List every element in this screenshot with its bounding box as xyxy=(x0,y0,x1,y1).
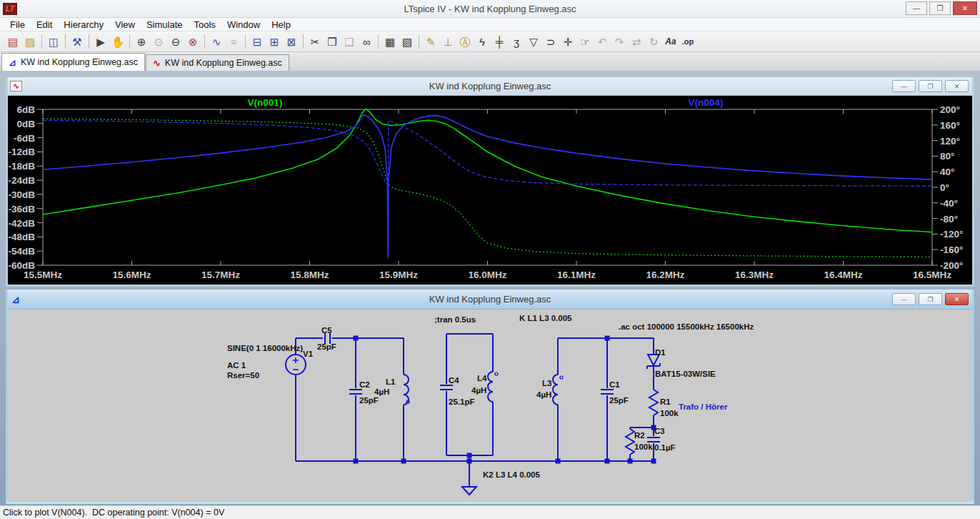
cut-icon[interactable]: ✂ xyxy=(306,34,324,50)
schematic-window-titlebar[interactable]: ⊿ KW ind Kopplung Einweg.asc — ❐ ✕ xyxy=(8,290,972,310)
inductor-l3[interactable] xyxy=(553,375,563,405)
junction-dot xyxy=(651,459,656,464)
schematic-minimize-button[interactable]: — xyxy=(892,293,916,305)
capacitor-c1[interactable] xyxy=(601,390,614,394)
halt-icon[interactable]: ✋ xyxy=(109,34,126,50)
ground-icon[interactable]: ⊥ xyxy=(439,34,456,50)
schematic-label: 25.1pF xyxy=(449,397,474,406)
plot-frame xyxy=(43,109,932,265)
component-icon[interactable]: ⊃ xyxy=(542,34,559,50)
trace-v-n001-magnitude[interactable] xyxy=(43,109,932,232)
schematic-label: 25pF xyxy=(317,342,336,351)
open-file-icon[interactable]: ▨ xyxy=(21,34,39,50)
undo-icon[interactable]: ↶ xyxy=(594,34,611,50)
waveform-close-button[interactable]: ✕ xyxy=(945,80,969,92)
tile-horizontal-icon[interactable]: ⊟ xyxy=(249,34,266,50)
autorange-icon[interactable]: ≈ xyxy=(225,34,242,50)
move-icon[interactable]: ✛ xyxy=(559,34,576,50)
trace-v-n004-magnitude[interactable] xyxy=(43,115,932,258)
menu-item-edit[interactable]: Edit xyxy=(31,19,58,30)
diode-d1[interactable] xyxy=(647,355,660,369)
waveform-plot-canvas[interactable]: 15.5MHz15.6MHz15.7MHz15.8MHz15.9MHz16.0M… xyxy=(8,96,972,285)
schematic-label: R1 xyxy=(660,397,671,406)
capacitor-c3[interactable] xyxy=(647,438,660,442)
zoom-full-extents-icon[interactable]: ⊗ xyxy=(184,34,201,50)
menu-item-window[interactable]: Window xyxy=(221,19,266,30)
spice-directive-icon[interactable]: .op xyxy=(679,34,696,50)
cascade-windows-icon[interactable]: ⊠ xyxy=(283,34,300,50)
menu-item-file[interactable]: File xyxy=(4,19,31,30)
redo-icon[interactable]: ↷ xyxy=(611,34,628,50)
minimize-button[interactable]: — xyxy=(906,1,927,15)
waveform-restore-button[interactable]: ❐ xyxy=(919,80,942,92)
close-button[interactable]: ✕ xyxy=(953,1,977,15)
tab-schematic[interactable]: ⊿KW ind Kopplung Einweg.asc xyxy=(1,53,145,71)
text-icon[interactable]: Aa xyxy=(662,34,679,50)
junction-dot xyxy=(354,336,359,341)
toolbar-separator xyxy=(419,34,419,49)
diode-icon[interactable]: ▽ xyxy=(525,34,542,50)
save-icon[interactable]: ◫ xyxy=(45,34,62,50)
waveform-window: ∿ KW ind Kopplung Einweg.asc — ❐ ✕ 15.5M… xyxy=(6,77,974,287)
trace-label-vn001[interactable]: V(n001) xyxy=(248,97,283,108)
wire-net[interactable] xyxy=(296,334,654,487)
menu-item-tools[interactable]: Tools xyxy=(189,19,221,30)
tab-waveform[interactable]: ∿KW ind Kopplung Einweg.asc xyxy=(146,54,289,71)
drag-icon[interactable]: ☞ xyxy=(576,34,594,50)
capacitor-icon[interactable]: ╪ xyxy=(491,34,508,50)
control-panel-icon[interactable]: ⚒ xyxy=(69,34,86,50)
zoom-out-icon[interactable]: ⊖ xyxy=(167,34,184,50)
left-axis-tick-label: -48dB xyxy=(8,232,35,242)
schematic-close-button[interactable]: ✕ xyxy=(945,293,969,305)
waveform-window-icon: ∿ xyxy=(10,81,22,92)
paste-icon[interactable]: ❑ xyxy=(341,34,358,50)
waveform-plot[interactable]: 15.5MHz15.6MHz15.7MHz15.8MHz15.9MHz16.0M… xyxy=(8,96,972,285)
tile-vertical-icon[interactable]: ⊞ xyxy=(266,34,283,50)
find-icon[interactable]: ∞ xyxy=(358,34,375,50)
zoom-in-icon[interactable]: ⊕ xyxy=(133,34,150,50)
capacitor-c2[interactable] xyxy=(349,390,362,394)
schematic-label: K2 L3 L4 0.005 xyxy=(483,470,541,479)
mirror-icon[interactable]: ⇄ xyxy=(628,34,645,50)
run-icon[interactable]: ▶ xyxy=(92,34,109,50)
ground-symbol[interactable] xyxy=(462,487,476,495)
draw-wire-icon[interactable]: ✎ xyxy=(422,34,439,50)
resistor-r1[interactable] xyxy=(649,390,658,415)
waveform-minimize-button[interactable]: — xyxy=(892,80,916,92)
trace-v-n001-phase[interactable] xyxy=(43,119,932,257)
menu-item-help[interactable]: Help xyxy=(266,19,296,30)
schematic-label: 4µH xyxy=(471,386,486,395)
left-axis-tick-label: -24dB xyxy=(8,175,35,186)
trace-v-n004-phase[interactable] xyxy=(43,120,932,186)
new-schematic-icon[interactable]: ▤ xyxy=(4,34,21,50)
menu-item-hierarchy[interactable]: Hierarchy xyxy=(58,19,109,30)
plot-settings-icon[interactable]: ∿ xyxy=(208,34,225,50)
waveform-window-titlebar[interactable]: ∿ KW ind Kopplung Einweg.asc — ❐ ✕ xyxy=(8,77,972,96)
inductor-l1[interactable] xyxy=(404,375,409,405)
toolbar-separator xyxy=(204,34,205,49)
print-icon[interactable]: ▦ xyxy=(381,34,399,50)
schematic-editor[interactable]: ;tran 0.5usK L1 L3 0.005.ac oct 100000 1… xyxy=(8,310,972,502)
inductor-icon[interactable]: ʒ xyxy=(508,34,525,50)
rotate-icon[interactable]: ↻ xyxy=(645,34,662,50)
toolbar-separator xyxy=(303,34,304,49)
schematic-canvas[interactable]: ;tran 0.5usK L1 L3 0.005.ac oct 100000 1… xyxy=(8,310,972,502)
resistor-icon[interactable]: ϟ xyxy=(474,34,491,50)
menu-item-view[interactable]: View xyxy=(109,19,141,30)
copy-icon[interactable]: ❐ xyxy=(324,34,341,50)
left-axis-tick-label: -12dB xyxy=(8,147,35,157)
right-axis-tick-label: -80° xyxy=(940,214,958,224)
junction-dot xyxy=(605,459,610,464)
trace-label-vn004[interactable]: V(n004) xyxy=(689,97,724,108)
x-axis-tick-label: 16.1MHz xyxy=(557,270,596,280)
right-axis-tick-label: -120° xyxy=(940,229,963,239)
maximize-button[interactable]: ❐ xyxy=(929,1,951,15)
inductor-l4[interactable] xyxy=(488,372,498,402)
menu-item-simulate[interactable]: Simulate xyxy=(141,19,189,30)
zoom-back-icon[interactable]: ⊙ xyxy=(150,34,167,50)
net-label-icon[interactable]: Ⓐ xyxy=(456,34,474,50)
schematic-restore-button[interactable]: ❐ xyxy=(919,293,942,305)
print-preview-icon[interactable]: ▧ xyxy=(399,34,416,50)
resistor-r2[interactable] xyxy=(626,429,634,455)
capacitor-c4[interactable] xyxy=(440,385,453,390)
